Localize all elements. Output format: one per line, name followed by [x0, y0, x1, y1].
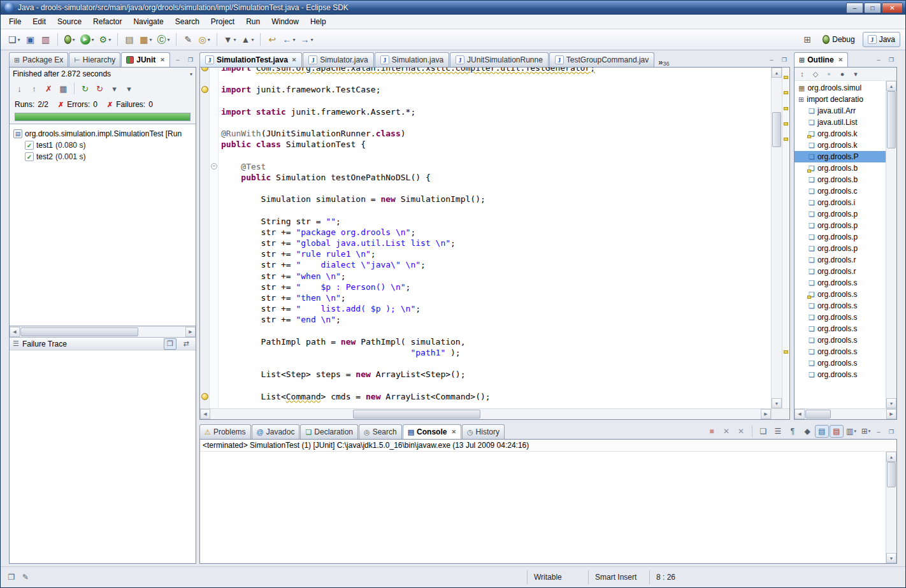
close-view-icon[interactable]: ✕ [160, 57, 165, 63]
compare-result-button[interactable]: ⇄ [180, 338, 192, 350]
code-line[interactable] [221, 204, 771, 215]
junit-tree-hscrollbar[interactable]: ◀ ▶ [10, 326, 196, 337]
console-open-console-button[interactable]: ⊞▾ [859, 425, 873, 438]
code-line[interactable] [221, 73, 771, 84]
code-line[interactable] [221, 326, 771, 336]
outline-item[interactable]: ❏org.drools.p [795, 220, 886, 231]
vscrollbar-thumb[interactable] [887, 462, 896, 487]
code-line[interactable]: "path1" ); [221, 347, 771, 358]
code-line[interactable]: PathImpl path = new PathImpl( simulation… [221, 336, 771, 347]
view-tab-junit[interactable]: JUnit✕ [121, 52, 170, 67]
code-line[interactable]: str += "then \n"; [221, 292, 771, 303]
outline-item[interactable]: ❏org.drools.s [795, 357, 886, 369]
debug-perspective-button[interactable]: Debug [817, 32, 859, 47]
console-word-wrap-button[interactable]: ¶ [786, 425, 800, 438]
toolbar-save-button[interactable]: ▣ [23, 32, 38, 47]
toolbar-external-tools-button[interactable]: ⚙▾ [97, 32, 114, 47]
console-remove-launch-button[interactable]: ✕ [719, 425, 733, 438]
junit-test-row[interactable]: ✓test1 (0.080 s) [10, 140, 196, 151]
toolbar-next-annotation-button[interactable]: ▼▾ [221, 32, 239, 47]
console-show-stderr-on-change-button[interactable]: ▤ [830, 425, 844, 438]
outline-item[interactable]: ❏org.drools.s [795, 369, 886, 380]
warning-bulb-icon[interactable] [201, 86, 208, 93]
editor-tab-simulationtest-java[interactable]: JSimulationTest.java✕ [199, 52, 302, 67]
code-line[interactable]: str += "end \n"; [221, 314, 771, 325]
maximize-editor-button[interactable]: ❐ [779, 54, 790, 65]
close-tab-icon[interactable]: ✕ [292, 57, 297, 63]
toolbar-back-button[interactable]: ←▾ [280, 32, 298, 47]
code-line[interactable] [221, 380, 771, 391]
scroll-right-button[interactable]: ▶ [761, 409, 771, 419]
outline-hide-fields-button[interactable]: ◇ [809, 68, 822, 80]
toolbar-new-class-button[interactable]: Ⓒ▾ [154, 32, 172, 47]
toolbar-search-button[interactable]: ◎▾ [196, 32, 212, 47]
outline-item[interactable]: ❏org.drools.b [795, 174, 886, 185]
scroll-left-button[interactable]: ◀ [795, 409, 805, 419]
junit-show-failures-only-button[interactable]: ✗ [41, 82, 56, 96]
console-clear-console-button[interactable]: ❏ [756, 425, 770, 438]
view-tab-problems[interactable]: ⚠Problems [199, 424, 251, 439]
warning-marker-icon[interactable] [784, 76, 788, 79]
code-line[interactable]: str += " $p : Person() \n"; [221, 282, 771, 292]
junit-test-row[interactable]: ✓test2 (0.001 s) [10, 151, 196, 162]
outline-item[interactable]: ❏org.drools.r [795, 254, 886, 266]
outline-item[interactable]: ❏org.drools.b [795, 162, 886, 174]
close-view-icon[interactable]: ✕ [451, 429, 456, 435]
outline-item[interactable]: ❏org.drools.p [795, 243, 886, 254]
menu-source[interactable]: Source [52, 15, 87, 28]
view-tab-history[interactable]: ◷History [462, 424, 505, 439]
console-output[interactable] [200, 452, 886, 563]
warning-bulb-icon[interactable] [201, 393, 208, 400]
menu-project[interactable]: Project [205, 15, 240, 28]
outline-item[interactable]: ❏org.drools.k [795, 140, 886, 151]
code-line[interactable]: @RunWith(JUnitSimulationRunner.class) [221, 128, 771, 139]
outline-item[interactable]: ❏org.drools.s [795, 300, 886, 312]
code-line[interactable]: str += "rule rule1 \n"; [221, 248, 771, 259]
vscrollbar-thumb[interactable] [887, 91, 896, 148]
code-line[interactable] [221, 358, 771, 369]
code-line[interactable]: import static junit.framework.Assert.*; [221, 106, 771, 117]
toolbar-run-button[interactable]: ▶▾ [78, 32, 97, 47]
code-line[interactable]: public class SimulationTest { [221, 139, 771, 150]
toolbar-debug-button[interactable]: ▾ [62, 32, 78, 47]
toolbar-new-button[interactable]: ❏▾ [6, 32, 23, 47]
outline-item[interactable]: ❏org.drools.P [795, 151, 886, 162]
view-tab-hierarchy[interactable]: ⊢Hierarchy [69, 52, 120, 67]
scroll-left-button[interactable]: ◀ [200, 409, 210, 419]
minimize-view-button[interactable]: – [873, 54, 884, 65]
junit-suite-row[interactable]: ▤org.drools.simulation.impl.SimulationTe… [10, 128, 196, 140]
code-line[interactable]: str += " dialect \"java\" \n"; [221, 259, 771, 270]
outline-item[interactable]: ❏org.drools.s [795, 312, 886, 323]
outline-item[interactable]: ❏org.drools.p [795, 231, 886, 243]
scroll-up-button[interactable]: ▲ [772, 68, 782, 78]
outline-item[interactable]: ❏java.util.Arr [795, 105, 886, 117]
warning-marker-icon[interactable] [784, 122, 788, 125]
trim-edit-icon[interactable]: ✎ [18, 571, 32, 584]
scroll-right-button[interactable]: ▶ [886, 409, 896, 419]
view-tab-package-ex[interactable]: ⊞Package Ex [9, 52, 68, 67]
vscrollbar-thumb[interactable] [772, 112, 781, 147]
toolbar-new-package-button[interactable]: ▦▾ [137, 32, 154, 47]
outline-item[interactable]: ❏org.drools.s [795, 289, 886, 300]
console-terminate-button[interactable]: ■ [705, 425, 719, 438]
junit-rerun-tests-button[interactable]: ↻ [78, 82, 92, 96]
view-tab-javadoc[interactable]: @Javadoc [252, 424, 300, 439]
code-line[interactable] [221, 96, 771, 106]
outline-hide-non-public-members-button[interactable]: ● [836, 68, 849, 80]
code-line[interactable]: List<Command> cmds = new ArrayList<Comma… [221, 391, 771, 402]
scroll-right-button[interactable]: ▶ [185, 327, 196, 337]
console-show-stdout-on-change-button[interactable]: ▤ [815, 425, 829, 438]
view-tab-console[interactable]: ▤Console✕ [403, 424, 461, 439]
view-tab-search[interactable]: ◎Search [359, 424, 402, 439]
code-line[interactable]: import junit.framework.TestCase; [221, 84, 771, 95]
code-line[interactable]: public Simulation testOnePathNoDSL() { [221, 172, 771, 183]
open-perspective-button[interactable]: ⊞ [800, 32, 815, 47]
editor-tab-simulation-java[interactable]: JSimulation.java [375, 52, 449, 67]
tab-overflow-button[interactable]: » 36 [658, 57, 669, 67]
toolbar-new-java-project-button[interactable]: ▤ [122, 32, 137, 47]
outline-sort-button[interactable]: ↕ [796, 68, 809, 80]
minimize-view-button[interactable]: – [873, 426, 884, 437]
hscrollbar-thumb[interactable] [805, 410, 831, 419]
menu-window[interactable]: Window [266, 15, 305, 28]
console-scroll-lock-button[interactable]: ☰ [771, 425, 785, 438]
